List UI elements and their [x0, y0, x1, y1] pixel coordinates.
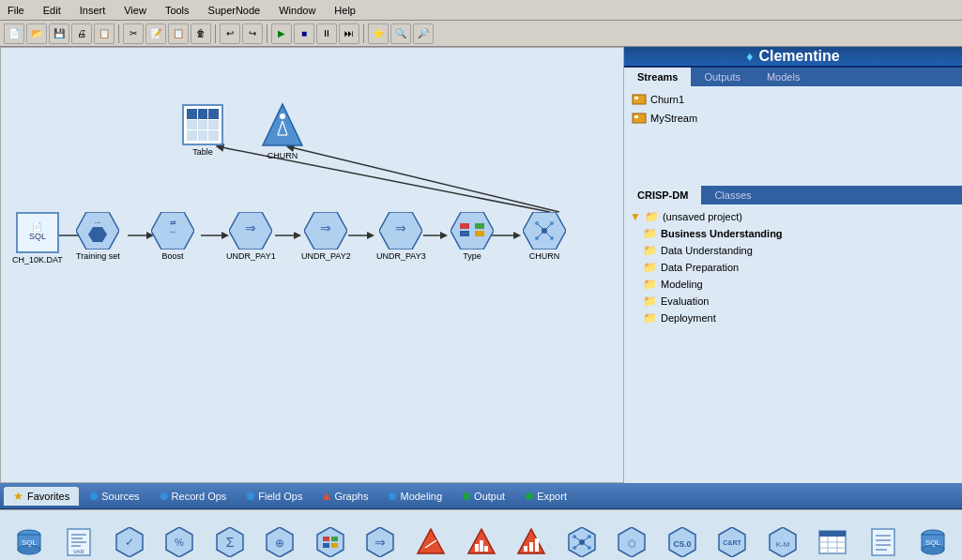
palette-histogram[interactable]: Histogram	[510, 524, 553, 561]
crisp-root[interactable]: ▼ 📁 (unsaved project)	[628, 208, 958, 225]
svg-rect-32	[475, 223, 484, 229]
canvas-container[interactable]: 📄SQL CH_10K.DAT ··· Training set	[0, 47, 624, 483]
toolbar-bookmark[interactable]: ⭐	[368, 23, 389, 44]
node-boost-label: Boost	[161, 251, 183, 261]
toolbar-open[interactable]: 📂	[26, 23, 47, 44]
crisp-modeling-label: Modeling	[661, 279, 703, 290]
menu-tools[interactable]: Tools	[161, 3, 193, 18]
canvas[interactable]: 📄SQL CH_10K.DAT ··· Training set	[1, 48, 602, 442]
crisp-business[interactable]: 📁 Business Understanding	[628, 225, 958, 242]
node-ch10kdat[interactable]: 📄SQL CH_10K.DAT	[12, 212, 63, 265]
crisp-deployment[interactable]: 📁 Deployment	[628, 310, 958, 326]
svg-text:⊕: ⊕	[275, 537, 284, 550]
node-table[interactable]: Table	[182, 104, 223, 157]
menu-insert[interactable]: Insert	[76, 3, 110, 18]
palette-neuralnet[interactable]: Neural Net	[560, 524, 603, 561]
stream-mystream-label: MyStream	[650, 113, 697, 124]
palette-kohonen[interactable]: ⬡ Kohonen	[610, 524, 653, 561]
palette-tab-graphs[interactable]: Graphs	[313, 488, 377, 505]
node-undrpay1-label: UNDR_PAY1	[226, 251, 276, 261]
stream-icon-mystream	[632, 111, 647, 126]
svg-marker-9	[367, 232, 374, 239]
toolbar-stop[interactable]: ■	[294, 23, 314, 44]
toolbar-redo[interactable]: ↪	[242, 23, 263, 44]
palette-tab-output[interactable]: Output	[453, 488, 514, 505]
tab-outputs[interactable]: Outputs	[691, 68, 754, 86]
canvas-hscroll[interactable]	[1, 482, 623, 483]
palette-tab-favorites[interactable]: ★ Favorites	[4, 487, 79, 506]
menu-window[interactable]: Window	[275, 3, 319, 18]
palette-tab-fieldops[interactable]: Field Ops	[237, 488, 312, 505]
palette-c50[interactable]: C5.0 C5.0	[661, 524, 704, 561]
toolbar-print2[interactable]: 📋	[94, 23, 115, 44]
toolbar-delete[interactable]: 🗑	[191, 23, 211, 44]
palette-plot[interactable]: Plot	[409, 524, 452, 561]
palette-sample[interactable]: % Sample	[159, 524, 202, 561]
crisp-data-preparation[interactable]: 📁 Data Preparation	[628, 259, 958, 276]
crisp-evaluation[interactable]: 📁 Evaluation	[628, 293, 958, 310]
node-undrpay3[interactable]: ⇒ UNDR_PAY3	[376, 212, 426, 261]
node-boost[interactable]: ↔ ⇄ Boost	[151, 212, 194, 261]
node-undrpay1[interactable]: ⇒ UNDR_PAY1	[226, 212, 276, 261]
node-type[interactable]: Type	[450, 212, 494, 261]
palette-crtree[interactable]: C&RT C&R Tree	[710, 524, 754, 561]
node-churn-hex[interactable]: CHURN	[523, 212, 566, 261]
palette-derive[interactable]: ⊕ Derive	[259, 524, 302, 561]
toolbar-step[interactable]: ⏭	[339, 23, 359, 44]
palette-flatfile[interactable]: Flat File	[862, 524, 905, 561]
crisp-modeling[interactable]: 📁 Modeling	[628, 276, 958, 293]
palette-type[interactable]: Type	[309, 524, 352, 561]
toolbar-pause[interactable]: ⏸	[316, 23, 337, 44]
toolbar-cut[interactable]: ✂	[123, 23, 144, 44]
svg-rect-112	[872, 529, 894, 555]
palette-database[interactable]: SQL Database	[8, 524, 51, 561]
palette-database2[interactable]: SQL Database	[912, 524, 955, 561]
node-undrpay2[interactable]: ⇒ UNDR_PAY2	[301, 212, 351, 261]
menu-supernode[interactable]: SuperNode	[205, 3, 265, 18]
palette-filter[interactable]: ⇒ Filter	[359, 524, 403, 561]
palette-tab-recordops[interactable]: Record Ops	[151, 488, 237, 505]
palette-tab-modeling[interactable]: Modeling	[379, 488, 451, 505]
svg-line-15	[287, 146, 559, 212]
palette-tab-export[interactable]: Export	[516, 488, 576, 505]
toolbar-new[interactable]: 📄	[4, 23, 24, 44]
palette-table[interactable]: Table	[812, 524, 855, 561]
palette-tab-sources[interactable]: Sources	[81, 488, 148, 505]
node-churn-tri[interactable]: CHURN	[261, 102, 304, 160]
toolbar-run[interactable]: ▶	[271, 23, 292, 44]
svg-text:C&RT: C&RT	[723, 539, 741, 546]
stream-mystream[interactable]: MyStream	[628, 109, 958, 128]
tab-classes[interactable]: Classes	[701, 186, 764, 204]
palette-aggregate[interactable]: Σ Aggregate	[208, 524, 252, 561]
node-churn-tri-label: CHURN	[267, 151, 298, 160]
crisp-data-understanding[interactable]: 📁 Data Understanding	[628, 242, 958, 259]
toolbar-copy[interactable]: 📝	[145, 23, 166, 44]
palette-tab-graphs-label: Graphs	[334, 491, 368, 502]
palette-distribution[interactable]: Distribution	[460, 524, 503, 561]
node-training[interactable]: ··· Training set	[76, 212, 120, 261]
palette-select[interactable]: ✓ Select	[108, 524, 151, 561]
menu-edit[interactable]: Edit	[39, 3, 65, 18]
menu-view[interactable]: View	[120, 3, 150, 18]
palette-varfile[interactable]: VAR Var. File	[58, 524, 101, 561]
toolbar-save[interactable]: 💾	[49, 23, 69, 44]
distribution-icon	[464, 524, 499, 560]
menu-help[interactable]: Help	[330, 3, 359, 18]
tab-crispdm[interactable]: CRISP-DM	[624, 186, 701, 204]
svg-rect-30	[460, 223, 469, 229]
toolbar-print[interactable]: 🖨	[71, 23, 92, 44]
diamond-icon: ♦	[746, 49, 753, 64]
toolbar-zoom[interactable]: 🔎	[413, 23, 434, 44]
output-dot-icon	[463, 492, 470, 500]
palette-kmeans[interactable]: K-M K-Means	[761, 524, 804, 561]
tab-models[interactable]: Models	[754, 68, 813, 86]
menu-file[interactable]: File	[4, 3, 28, 18]
stream-churn1[interactable]: Churn1	[628, 90, 958, 109]
main-area: 📄SQL CH_10K.DAT ··· Training set	[0, 47, 962, 483]
toolbar-search[interactable]: 🔍	[390, 23, 411, 44]
tab-streams[interactable]: Streams	[624, 68, 691, 86]
kmeans-icon: K-M	[765, 524, 801, 560]
toolbar-paste[interactable]: 📋	[168, 23, 189, 44]
sources-dot-icon	[90, 492, 98, 500]
toolbar-undo[interactable]: ↩	[220, 23, 240, 44]
